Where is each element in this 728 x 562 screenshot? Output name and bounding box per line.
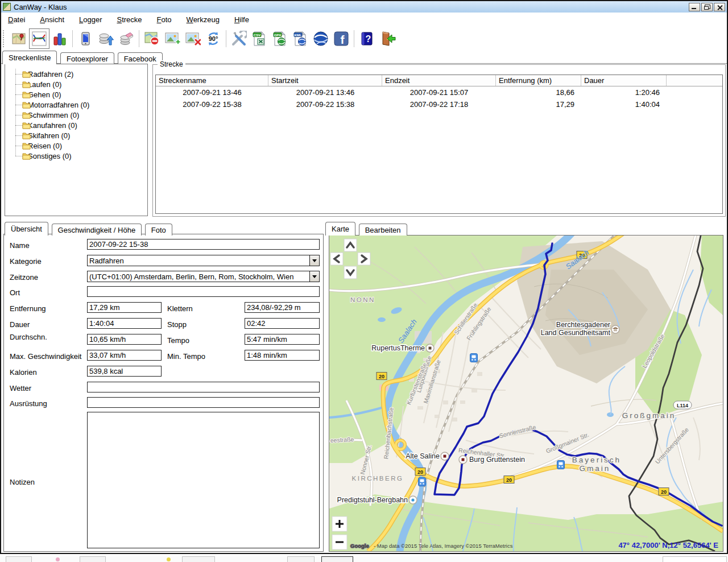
chevron-down-icon[interactable]: [309, 271, 319, 282]
entfernung-field[interactable]: [87, 302, 162, 313]
photo-add-icon: [164, 31, 180, 47]
exit-button[interactable]: [377, 28, 398, 49]
logger-clear-button[interactable]: [116, 28, 136, 49]
col-streckenname[interactable]: Streckenname: [156, 75, 268, 86]
photo-remove-button[interactable]: [183, 28, 203, 49]
tab-fotoexplorer[interactable]: Fotoexplorer: [60, 52, 114, 64]
pan-down-button[interactable]: [344, 266, 357, 279]
dauer-label: Dauer: [10, 320, 30, 329]
tab-karte[interactable]: Karte: [325, 222, 355, 235]
tree-item-laufen[interactable]: Laufen (0): [11, 79, 147, 89]
col-startzeit[interactable]: Startzeit: [268, 75, 382, 86]
logger-import-button[interactable]: [96, 28, 116, 49]
svg-text:L114: L114: [677, 403, 688, 408]
max-geschwindigkeit-field[interactable]: [87, 350, 162, 361]
category-tree-panel: Radfahren (2) Laufen (0) Gehen (0) Motor…: [5, 64, 148, 216]
svg-text:KML: KML: [295, 34, 302, 37]
line-chart-button[interactable]: [29, 28, 49, 49]
tab-uebersicht[interactable]: Übersicht: [5, 222, 48, 235]
close-button[interactable]: [714, 3, 725, 11]
map-canvas[interactable]: 20 20 20 20 20 L114: [329, 235, 723, 551]
menu-strecke[interactable]: Strecke: [117, 15, 142, 24]
tab-foto[interactable]: Foto: [145, 224, 172, 235]
tree-item-gehen[interactable]: Gehen (0): [11, 89, 147, 100]
col-filler: [667, 75, 722, 86]
map-coordinates: 47° 42,7000' N,12° 52,6564' E: [618, 541, 718, 549]
minimize-button[interactable]: [689, 3, 700, 11]
photo-remove-icon: [185, 31, 201, 47]
kalorien-field[interactable]: [87, 366, 162, 377]
map-view[interactable]: 20 20 20 20 20 L114: [329, 235, 723, 552]
ort-field[interactable]: [87, 286, 320, 297]
tempo-label: Tempo: [167, 336, 189, 345]
ausruestung-field[interactable]: [87, 397, 320, 408]
kategorie-select[interactable]: Radfahren: [87, 255, 320, 266]
zeitzone-select[interactable]: (UTC+01:00) Amsterdam, Berlin, Bern, Rom…: [87, 271, 320, 282]
tree-item-skifahren[interactable]: Skifahren (0): [11, 130, 147, 140]
tempo-field[interactable]: [245, 334, 320, 345]
facebook-button[interactable]: f: [331, 28, 351, 49]
tab-bearbeiten[interactable]: Bearbeiten: [359, 224, 407, 235]
google-earth-button[interactable]: [311, 28, 331, 49]
pan-left-button[interactable]: [330, 253, 343, 265]
export-csv-button[interactable]: CSV: [249, 28, 270, 49]
logger-device-button[interactable]: [75, 28, 96, 49]
dauer-field[interactable]: [87, 318, 162, 329]
durchschn-field[interactable]: [87, 334, 162, 345]
table-row[interactable]: 2007-09-22 15-38 2007-09-22 15:38 2007-0…: [156, 98, 722, 110]
name-field[interactable]: [87, 239, 320, 250]
bar-chart-button[interactable]: [49, 28, 70, 49]
strecke-groupbox: Strecke Streckenname Startzeit Endzeit E…: [152, 64, 726, 217]
svg-text:f: f: [341, 33, 345, 46]
title-bar[interactable]: CanWay - Klaus: [1, 1, 727, 13]
help-button[interactable]: ?: [357, 28, 377, 49]
pan-right-button[interactable]: [358, 253, 370, 265]
settings-tools-button[interactable]: [229, 28, 249, 49]
area-label-nonn: NONN: [350, 296, 375, 303]
exit-icon: [379, 30, 396, 47]
tab-facebook[interactable]: Facebook: [118, 52, 163, 64]
menu-hilfe[interactable]: Hilfe: [234, 15, 249, 24]
menu-werkzeug[interactable]: Werkzeug: [187, 15, 220, 24]
tree-item-motorradfahren[interactable]: Motorradfahren (0): [11, 100, 147, 110]
tab-geschwindigkeit-hoehe[interactable]: Geschwindigkeit / Höhe: [52, 224, 142, 235]
col-dauer[interactable]: Dauer: [581, 75, 667, 86]
min-tempo-field[interactable]: [245, 350, 320, 361]
stopp-field[interactable]: [245, 318, 320, 329]
chevron-down-icon[interactable]: [309, 255, 319, 266]
pan-up-button[interactable]: [344, 239, 357, 251]
photo-add-button[interactable]: [162, 28, 183, 49]
export-kml-button[interactable]: KML: [290, 28, 311, 49]
tree-item-radfahren[interactable]: Radfahren (2): [11, 69, 147, 79]
minimize-icon: [692, 8, 696, 9]
svg-text:20: 20: [661, 489, 667, 495]
google-logo: Google: [350, 543, 369, 549]
restore-button[interactable]: [701, 3, 713, 11]
map-panel: Karte Bearbeiten: [324, 222, 728, 552]
map-attribution: - Map data ©2015 Tele Atlas, Imagery ©20…: [374, 543, 513, 549]
tree-item-sonstiges[interactable]: Sonstiges (0): [11, 151, 147, 161]
menu-ansicht[interactable]: Ansicht: [40, 15, 64, 24]
track-delete-button[interactable]: [142, 28, 162, 49]
taskbar-fragment: [0, 556, 728, 562]
export-gpx-button[interactable]: GPX: [270, 28, 290, 49]
poi-label-alte-saline: Alte Saline: [406, 452, 440, 460]
klettern-field[interactable]: [245, 302, 320, 313]
col-entfernung[interactable]: Entfernung (km): [496, 75, 581, 86]
notizen-field[interactable]: [87, 412, 320, 548]
toolbar-grip[interactable]: [3, 30, 6, 47]
tab-streckenliste[interactable]: Streckenliste: [2, 51, 57, 64]
tree-item-schwimmen[interactable]: Schwimmen (0): [11, 110, 147, 120]
poi-label-predigtstuhl: Predigtstuhl-Bergbahn: [337, 496, 408, 504]
svg-text:GPX: GPX: [274, 34, 282, 37]
menu-logger[interactable]: Logger: [79, 15, 102, 24]
tree-item-reisen[interactable]: Reisen (0): [11, 140, 147, 151]
rotate-90-button[interactable]: 90°: [203, 28, 224, 49]
wetter-field[interactable]: [87, 382, 320, 392]
tree-item-kanufahren[interactable]: Kanufahren (0): [11, 120, 147, 130]
map-track-button[interactable]: [9, 28, 29, 49]
table-row[interactable]: 2007-09-21 13-46 2007-09-21 13:46 2007-0…: [156, 86, 722, 98]
menu-datei[interactable]: Datei: [8, 15, 25, 24]
col-endzeit[interactable]: Endzeit: [382, 75, 496, 86]
menu-foto[interactable]: Foto: [157, 15, 172, 24]
